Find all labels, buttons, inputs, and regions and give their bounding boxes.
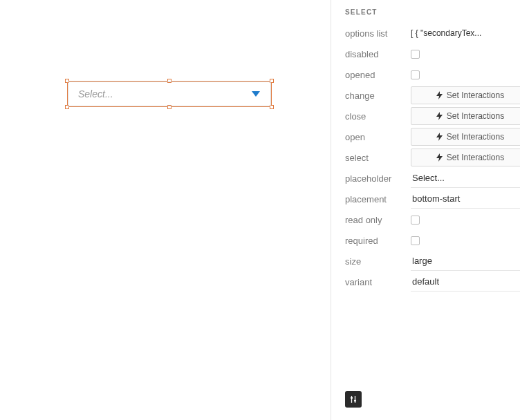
selected-component[interactable]: Select... bbox=[67, 81, 272, 107]
button-label: Set Interactions bbox=[447, 153, 504, 162]
prop-row-read-only: read only bbox=[345, 209, 520, 230]
prop-label: placement bbox=[345, 194, 411, 204]
prop-label: placeholder bbox=[345, 173, 411, 184]
set-interactions-button-open[interactable]: Set Interactions bbox=[411, 128, 520, 146]
select-component[interactable]: Select... bbox=[68, 82, 271, 106]
prop-row-opened: opened bbox=[345, 64, 520, 85]
panel-title: SELECT bbox=[345, 8, 520, 16]
prop-label: open bbox=[345, 132, 411, 142]
svg-point-7 bbox=[351, 397, 353, 399]
options-list-value[interactable]: [ { "secondaryTex... bbox=[411, 28, 517, 38]
settings-toggle-button[interactable] bbox=[345, 391, 362, 408]
button-label: Set Interactions bbox=[447, 111, 504, 121]
app-root: Select... SELECT options list [ { "secon… bbox=[0, 0, 520, 420]
caret-down-icon bbox=[251, 90, 261, 97]
select-value: bottom-start bbox=[412, 193, 460, 204]
svg-marker-3 bbox=[436, 133, 443, 141]
prop-label: variant bbox=[345, 277, 411, 287]
prop-row-disabled: disabled bbox=[345, 44, 520, 64]
prop-row-size: size large bbox=[345, 251, 520, 271]
select-value: large bbox=[412, 256, 432, 266]
svg-point-8 bbox=[354, 399, 356, 401]
select-value: default bbox=[412, 276, 439, 287]
required-checkbox[interactable] bbox=[411, 236, 420, 245]
more-icon[interactable]: ⋯ bbox=[517, 28, 520, 39]
lightning-icon bbox=[436, 153, 443, 162]
prop-label: close bbox=[345, 111, 411, 122]
size-select[interactable]: large bbox=[411, 251, 520, 271]
prop-row-placeholder: placeholder bbox=[345, 168, 520, 189]
prop-row-options-list: options list [ { "secondaryTex... ⋯ bbox=[345, 23, 520, 44]
svg-marker-2 bbox=[436, 112, 443, 120]
prop-label: opened bbox=[345, 70, 411, 80]
prop-row-required: required bbox=[345, 230, 520, 251]
lightning-icon bbox=[436, 133, 443, 141]
read-only-checkbox[interactable] bbox=[411, 216, 420, 225]
set-interactions-button-close[interactable]: Set Interactions bbox=[411, 107, 520, 125]
prop-row-change: change Set Interactions bbox=[345, 85, 520, 106]
svg-marker-4 bbox=[436, 153, 443, 162]
prop-label: options list bbox=[345, 28, 411, 39]
prop-label: required bbox=[345, 236, 411, 246]
prop-row-open: open Set Interactions bbox=[345, 126, 520, 147]
placeholder-input[interactable] bbox=[411, 169, 520, 188]
button-label: Set Interactions bbox=[447, 90, 504, 100]
placement-select[interactable]: bottom-start bbox=[411, 189, 520, 209]
prop-label: change bbox=[345, 90, 411, 101]
opened-checkbox[interactable] bbox=[411, 70, 420, 79]
button-label: Set Interactions bbox=[447, 132, 504, 142]
lightning-icon bbox=[436, 112, 443, 120]
design-canvas[interactable]: Select... bbox=[0, 0, 331, 420]
sliders-icon bbox=[349, 395, 358, 403]
disabled-checkbox[interactable] bbox=[411, 50, 420, 59]
variant-select[interactable]: default bbox=[411, 272, 520, 292]
set-interactions-button-select[interactable]: Set Interactions bbox=[411, 149, 520, 166]
prop-row-placement: placement bottom-start bbox=[345, 189, 520, 209]
prop-row-variant: variant default bbox=[345, 271, 520, 292]
lightning-icon bbox=[436, 91, 443, 99]
prop-row-select: select Set Interactions bbox=[345, 147, 520, 168]
set-interactions-button-change[interactable]: Set Interactions bbox=[411, 86, 520, 104]
prop-row-close: close Set Interactions bbox=[345, 106, 520, 126]
prop-label: select bbox=[345, 153, 411, 163]
svg-marker-0 bbox=[252, 91, 260, 97]
prop-label: disabled bbox=[345, 49, 411, 59]
prop-label: size bbox=[345, 256, 411, 267]
select-placeholder-text: Select... bbox=[78, 88, 113, 99]
svg-marker-1 bbox=[436, 91, 443, 99]
properties-panel: SELECT options list [ { "secondaryTex...… bbox=[331, 0, 520, 420]
prop-label: read only bbox=[345, 215, 411, 225]
